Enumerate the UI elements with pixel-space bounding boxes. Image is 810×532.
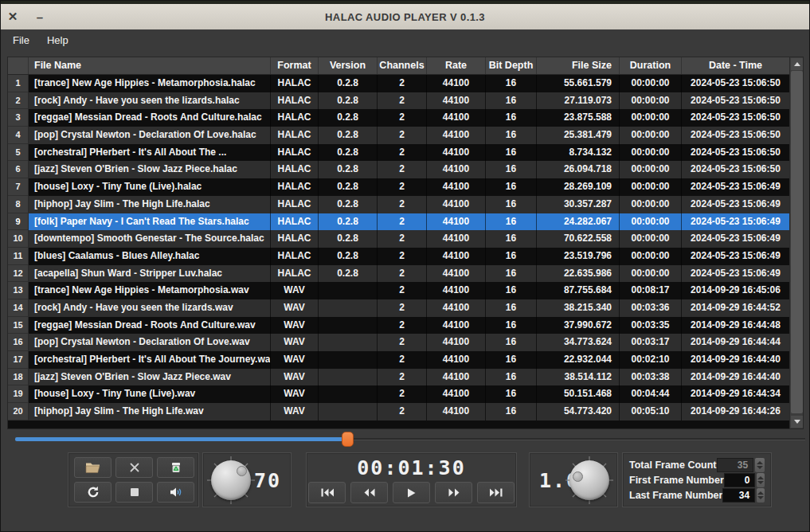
- cell-format[interactable]: WAV: [271, 369, 319, 386]
- cell-version[interactable]: 0.2.8: [319, 196, 378, 213]
- cell-duration[interactable]: 00:00:00: [620, 196, 682, 213]
- cell-version[interactable]: 0.2.8: [319, 161, 378, 178]
- cell-channels[interactable]: 2: [378, 299, 427, 317]
- cell-bit_depth[interactable]: 16: [486, 75, 537, 92]
- cell-rate[interactable]: 44100: [427, 317, 486, 334]
- cell-rate[interactable]: 44100: [427, 282, 486, 299]
- row-number[interactable]: 6: [8, 161, 29, 178]
- cell-format[interactable]: HALAC: [271, 144, 319, 162]
- cell-version[interactable]: 0.2.8: [319, 92, 378, 110]
- cell-file_size[interactable]: 22.635.986: [537, 265, 620, 283]
- cell-file_size[interactable]: 34.773.624: [537, 334, 620, 351]
- scrollbar-thumb[interactable]: [791, 71, 803, 413]
- cell-date_time[interactable]: 2024-05-23 15:06:49: [682, 265, 790, 283]
- cell-name[interactable]: [rock] Andy - Have you seen the lizards.…: [29, 92, 271, 110]
- cell-date_time[interactable]: 2014-09-29 16:45:06: [682, 282, 790, 299]
- cell-name[interactable]: [reggae] Messian Dread - Roots And Cultu…: [29, 317, 271, 334]
- total-frame-count-spinner[interactable]: [755, 458, 765, 472]
- cell-duration[interactable]: 00:00:00: [620, 92, 682, 110]
- table-row[interactable]: 3[reggae] Messian Dread - Roots And Cult…: [8, 109, 790, 127]
- cell-bit_depth[interactable]: 16: [486, 230, 537, 248]
- cell-bit_depth[interactable]: 16: [486, 334, 537, 351]
- open-folder-button[interactable]: [74, 457, 112, 478]
- cell-channels[interactable]: 2: [378, 92, 427, 110]
- cell-version[interactable]: 0.2.8: [319, 178, 378, 196]
- cell-bit_depth[interactable]: 16: [486, 351, 537, 369]
- cell-format[interactable]: WAV: [271, 317, 319, 334]
- cell-duration[interactable]: 00:03:35: [620, 317, 682, 334]
- fast-forward-button[interactable]: [435, 482, 472, 503]
- cell-file_size[interactable]: 26.094.718: [537, 161, 620, 178]
- last-frame-number-input[interactable]: 34: [722, 488, 755, 503]
- cell-date_time[interactable]: 2024-05-23 15:06:49: [682, 248, 790, 265]
- cell-channels[interactable]: 2: [378, 248, 427, 265]
- table-row[interactable]: 20[hiphop] Jay Slim - The High Life.wavW…: [8, 403, 790, 421]
- cell-bit_depth[interactable]: 16: [486, 248, 537, 265]
- cell-bit_depth[interactable]: 16: [486, 403, 537, 421]
- cell-duration[interactable]: 00:05:10: [620, 403, 682, 421]
- vertical-scrollbar[interactable]: [789, 57, 803, 428]
- cell-duration[interactable]: 00:02:10: [620, 351, 682, 369]
- scroll-up-button[interactable]: [791, 58, 803, 70]
- row-number[interactable]: 7: [8, 178, 29, 196]
- row-number[interactable]: 18: [8, 369, 29, 386]
- row-number[interactable]: 4: [8, 127, 29, 144]
- cell-channels[interactable]: 2: [378, 178, 427, 196]
- cell-date_time[interactable]: 2024-05-23 15:06:49: [682, 178, 790, 196]
- cell-rate[interactable]: 44100: [427, 299, 486, 317]
- row-number[interactable]: 13: [8, 282, 29, 299]
- row-number[interactable]: 16: [8, 334, 29, 351]
- cell-format[interactable]: HALAC: [271, 127, 319, 144]
- cell-bit_depth[interactable]: 16: [486, 127, 537, 144]
- cell-format[interactable]: HALAC: [271, 75, 319, 92]
- cell-bit_depth[interactable]: 16: [486, 369, 537, 386]
- row-number[interactable]: 15: [8, 317, 29, 334]
- cell-version[interactable]: [319, 334, 378, 351]
- first-frame-number-spinner[interactable]: [757, 473, 765, 487]
- cell-version[interactable]: 0.2.8: [319, 230, 378, 248]
- clear-list-button[interactable]: [115, 457, 153, 478]
- cell-bit_depth[interactable]: 16: [486, 109, 537, 127]
- cell-file_size[interactable]: 22.932.044: [537, 351, 620, 369]
- cell-date_time[interactable]: 2024-05-23 15:06:49: [682, 213, 790, 231]
- cell-channels[interactable]: 2: [378, 127, 427, 144]
- cell-format[interactable]: WAV: [271, 351, 319, 369]
- cell-name[interactable]: [pop] Crystal Newton - Declaration Of Lo…: [29, 127, 271, 144]
- cell-rate[interactable]: 44100: [427, 127, 486, 144]
- cell-name[interactable]: [reggae] Messian Dread - Roots And Cultu…: [29, 109, 271, 127]
- cell-rate[interactable]: 44100: [427, 196, 486, 213]
- cell-duration[interactable]: 00:08:17: [620, 282, 682, 299]
- cell-version[interactable]: [319, 403, 378, 421]
- cell-file_size[interactable]: 54.773.420: [537, 403, 620, 421]
- cell-channels[interactable]: 2: [378, 334, 427, 351]
- cell-bit_depth[interactable]: 16: [486, 178, 537, 196]
- cell-format[interactable]: HALAC: [271, 178, 319, 196]
- cell-file_size[interactable]: 37.990.672: [537, 317, 620, 334]
- row-number[interactable]: 11: [8, 248, 29, 265]
- cell-bit_depth[interactable]: 16: [486, 299, 537, 317]
- cell-version[interactable]: [319, 385, 378, 403]
- cell-bit_depth[interactable]: 16: [486, 317, 537, 334]
- row-number[interactable]: 8: [8, 196, 29, 213]
- cell-rate[interactable]: 44100: [427, 351, 486, 369]
- cell-bit_depth[interactable]: 16: [486, 161, 537, 178]
- cell-date_time[interactable]: 2024-05-23 15:06:50: [682, 161, 790, 178]
- cell-channels[interactable]: 2: [378, 196, 427, 213]
- cell-version[interactable]: [319, 317, 378, 334]
- cell-format[interactable]: HALAC: [271, 213, 319, 231]
- mute-button[interactable]: [157, 482, 194, 503]
- cell-channels[interactable]: 2: [378, 385, 427, 403]
- cell-channels[interactable]: 2: [378, 109, 427, 127]
- cell-date_time[interactable]: 2014-09-29 16:44:44: [682, 334, 790, 351]
- cell-date_time[interactable]: 2024-05-23 15:06:50: [682, 75, 790, 92]
- cell-rate[interactable]: 44100: [427, 161, 486, 178]
- cell-date_time[interactable]: 2024-05-23 15:06:50: [682, 92, 790, 110]
- cell-date_time[interactable]: 2014-09-29 16:44:52: [682, 299, 790, 317]
- cell-date_time[interactable]: 2014-09-29 16:44:40: [682, 369, 790, 386]
- cell-rate[interactable]: 44100: [427, 75, 486, 92]
- menu-file[interactable]: File: [4, 32, 38, 49]
- cell-bit_depth[interactable]: 16: [486, 144, 537, 162]
- row-number[interactable]: 14: [8, 299, 29, 317]
- cell-duration[interactable]: 00:03:17: [620, 334, 682, 351]
- cell-date_time[interactable]: 2014-09-29 16:44:34: [682, 385, 790, 403]
